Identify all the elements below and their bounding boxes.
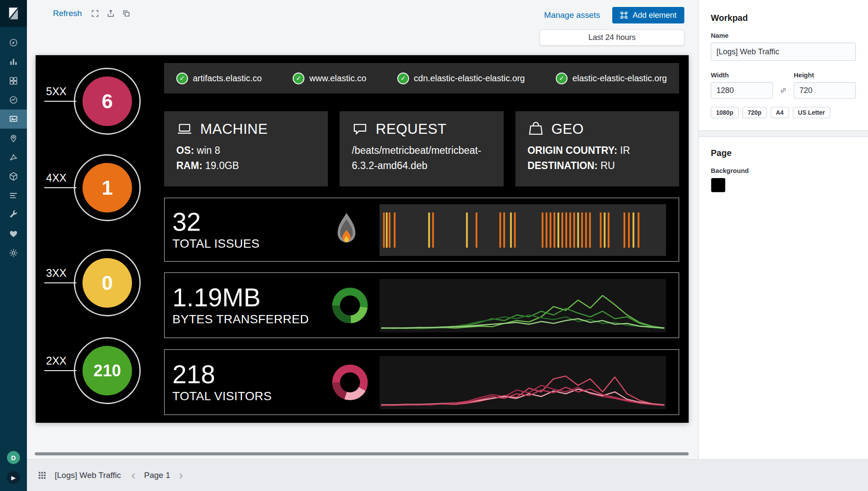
metric-text: 1.19MB BYTES TRANSFERRED	[172, 284, 309, 326]
status-donut-2xx[interactable]: 2XX 210	[36, 337, 145, 404]
workpad-name-input[interactable]	[711, 43, 856, 61]
card-title: REQUEST	[352, 121, 491, 137]
domain-status-strip[interactable]: ✓artifacts.elastic.co✓www.elastic.co✓cdn…	[164, 63, 679, 93]
manage-assets-button[interactable]: Manage assets	[544, 10, 600, 20]
status-count: 0	[83, 258, 132, 308]
width-field-label: Width	[711, 71, 773, 79]
next-page-chevron-icon[interactable]: ›	[179, 469, 183, 481]
metric-bytes-transferred[interactable]: 1.19MB BYTES TRANSFERRED	[164, 272, 679, 338]
monitoring-icon	[9, 229, 18, 239]
sidebar-item-dashboard[interactable]	[0, 71, 27, 90]
management-icon	[9, 248, 18, 258]
sidebar-item-monitoring[interactable]	[0, 224, 27, 243]
add-element-button[interactable]: Add element	[612, 7, 684, 23]
check-icon: ✓	[293, 73, 304, 84]
infrastructure-icon	[9, 172, 18, 181]
sidebar-item-logs[interactable]	[0, 186, 27, 205]
link-dimensions-button[interactable]	[776, 82, 791, 99]
domain-label: elastic-elastic-elastic.org	[572, 73, 667, 83]
sidebar-item-management[interactable]	[0, 243, 27, 262]
metric-total-issues[interactable]: 32 TOTAL ISSUES	[164, 198, 679, 262]
metric-label: TOTAL ISSUES	[172, 237, 260, 251]
domain-item: ✓www.elastic.co	[293, 73, 366, 84]
previous-page-chevron-icon[interactable]: ‹	[131, 469, 135, 481]
domain-item: ✓artifacts.elastic.co	[176, 73, 262, 84]
sidebar-item-visualize[interactable]	[0, 52, 27, 71]
card-machine[interactable]: MACHINEOS: win 8RAM: 19.0GB	[164, 111, 328, 186]
sidebar-item-canvas[interactable]	[0, 109, 27, 129]
workpad-canvas[interactable]: 5XX 6 4XX 1 3XX 0 2XX 210 ✓artifacts.ela…	[36, 55, 689, 423]
timelion-icon	[9, 95, 18, 105]
footer-bar: [Logs] Web Traffic ‹ Page 1 ›	[27, 459, 868, 491]
space-badge[interactable]: D	[7, 451, 20, 464]
status-code-column: 5XX 6 4XX 1 3XX 0 2XX 210	[36, 55, 162, 423]
maps-icon	[9, 133, 18, 143]
preset-720p-button[interactable]: 720p	[743, 107, 767, 118]
card-line: OS: win 8	[176, 143, 316, 158]
domain-label: artifacts.elastic.co	[193, 73, 262, 83]
status-count: 210	[83, 346, 132, 395]
fullscreen-play-button[interactable]: ▶	[7, 471, 20, 484]
preset-us-letter-button[interactable]: US Letter	[793, 107, 830, 118]
donut-icon	[332, 288, 368, 323]
metric-value: 218	[172, 361, 272, 388]
status-code-label: 2XX	[46, 355, 66, 367]
card-line: ORIGIN COUNTRY: IR	[528, 143, 667, 158]
sidebar-item-infrastructure[interactable]	[0, 167, 27, 186]
size-presets-row: 1080p 720p A4 US Letter	[711, 107, 856, 118]
metric-chart	[380, 279, 666, 332]
sidebar-item-maps[interactable]	[0, 129, 27, 148]
refresh-button[interactable]: Refresh	[53, 9, 82, 18]
dev-tools-icon	[9, 210, 18, 219]
status-code-label: 3XX	[46, 267, 66, 279]
status-connector-line	[44, 282, 76, 283]
metric-text: 32 TOTAL ISSUES	[172, 209, 260, 251]
status-donut-ring: 0	[74, 249, 141, 316]
metric-total-visitors[interactable]: 218 TOTAL VISITORS	[164, 349, 679, 415]
status-donut-ring: 1	[74, 154, 141, 221]
sidebar-item-machine-learning[interactable]	[0, 148, 27, 167]
card-geo[interactable]: GEOORIGIN COUNTRY: IRDESTINATION: RU	[515, 111, 679, 186]
fullscreen-icon[interactable]	[91, 9, 99, 18]
logs-icon	[9, 191, 18, 200]
main-area: Refresh Manage assets Add element Last 2…	[27, 0, 698, 459]
height-input[interactable]	[794, 82, 856, 99]
check-icon: ✓	[397, 73, 409, 84]
machine-learning-icon	[9, 153, 18, 162]
kibana-logo[interactable]	[0, 0, 27, 27]
domain-item: ✓cdn.elastic-elastic-elastic.org	[397, 73, 525, 84]
export-icon[interactable]	[106, 9, 115, 18]
panel-title: Workpad	[711, 13, 856, 23]
card-line: DESTINATION: RU	[528, 158, 667, 173]
card-line: RAM: 19.0GB	[176, 158, 316, 173]
status-connector-line	[44, 187, 76, 188]
name-field-label: Name	[711, 32, 856, 39]
canvas-toolbar-icons	[91, 9, 131, 18]
status-donut-3xx[interactable]: 3XX 0	[36, 249, 145, 316]
geo-icon	[528, 121, 544, 137]
status-donut-5xx[interactable]: 5XX 6	[36, 68, 145, 135]
app-sidebar: D ▶	[0, 0, 27, 491]
background-field-label: Background	[711, 167, 856, 174]
clone-icon[interactable]	[122, 9, 131, 18]
height-field-label: Height	[794, 71, 856, 79]
page-manager-button[interactable]	[38, 471, 46, 479]
preset-1080p-button[interactable]: 1080p	[711, 107, 739, 118]
sidebar-item-discover[interactable]	[0, 33, 27, 52]
link-icon	[779, 86, 788, 95]
panel-section-divider	[699, 130, 868, 137]
metric-text: 218 TOTAL VISITORS	[172, 361, 272, 403]
metric-label: TOTAL VISITORS	[172, 389, 272, 403]
status-code-label: 5XX	[46, 85, 66, 98]
width-input[interactable]	[711, 82, 773, 99]
card-request[interactable]: REQUEST/beats/metricbeat/metricbeat-6.3.…	[340, 111, 503, 186]
sidebar-item-dev-tools[interactable]	[0, 205, 27, 224]
sidebar-item-timelion[interactable]	[0, 90, 27, 109]
card-title: MACHINE	[176, 121, 316, 137]
status-donut-4xx[interactable]: 4XX 1	[36, 154, 145, 221]
time-range-picker[interactable]: Last 24 hours	[540, 30, 684, 46]
background-color-swatch[interactable]	[711, 178, 726, 192]
preset-a4-button[interactable]: A4	[771, 107, 789, 118]
horizontal-scrollbar[interactable]	[35, 452, 689, 455]
toolbar-right: Manage assets Add element	[544, 7, 684, 23]
